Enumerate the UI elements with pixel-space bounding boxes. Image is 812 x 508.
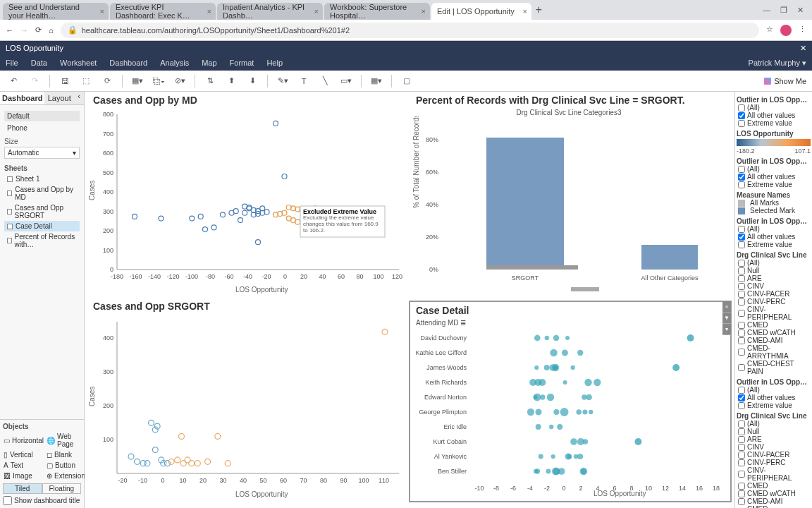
filter-title[interactable]: Drg Clinical Svc Line [737, 251, 811, 259]
sort-asc-icon[interactable]: ⬆ [223, 73, 239, 89]
floating-toggle[interactable]: Floating [42, 483, 82, 494]
filter-item[interactable]: CINV [737, 443, 811, 451]
url-input[interactable]: 🔒 healthcare.tableau.com/authoring/LOSOp… [61, 23, 759, 38]
filter-item[interactable]: ARE [737, 435, 811, 443]
viz-percent-records[interactable]: Percent of Records with Drg Clinical Svc… [410, 92, 727, 296]
device-default[interactable]: Default [4, 111, 80, 121]
filter-item[interactable]: Null [737, 267, 811, 274]
show-title-check[interactable]: Show dashboard title [3, 496, 81, 505]
close-icon[interactable]: × [522, 7, 527, 16]
sheet-item[interactable]: Percent of Records with… [4, 231, 80, 250]
filter-item[interactable]: CMED-ARRYTHMIA [737, 344, 811, 360]
collapse-pane-icon[interactable]: ‹ [74, 92, 84, 104]
filter-title[interactable]: Outlier in LOS Opportuni… [737, 96, 811, 104]
redo-icon[interactable]: ↷ [27, 73, 42, 89]
filter-item[interactable]: CMED [737, 482, 811, 490]
viz-cases-opp-srgort[interactable]: Cases and Opp SRGORT 100200300400-20-100… [87, 298, 407, 501]
bar-srgort-sec[interactable] [486, 265, 578, 270]
filter-item[interactable]: All other values [737, 111, 811, 119]
filter-item[interactable]: CMED-ARRYTHMIA [737, 505, 811, 508]
presentation-icon[interactable]: ▢ [399, 73, 414, 89]
viz-case-detail[interactable]: × ▼ ▾ Case Detail Attending MD ≣ David D… [409, 301, 732, 502]
browser-tab-2[interactable]: Inpatient Analytics - KPI Dashb…× [217, 3, 323, 20]
sheet-item[interactable]: Sheet 1 [4, 174, 80, 184]
filter-title[interactable]: Drg Clinical Svc Line [737, 412, 811, 420]
filter-item[interactable]: CMED w/CATH [737, 329, 811, 337]
fit-icon[interactable]: ▦▾ [369, 73, 384, 89]
filter-item[interactable]: ARE [737, 274, 811, 282]
menu-map[interactable]: Map [202, 59, 216, 67]
filter-item[interactable]: CMED [737, 321, 811, 329]
new-tab-button[interactable]: + [536, 4, 542, 16]
filter-item[interactable]: CINV-PERC [737, 298, 811, 306]
close-icon[interactable]: × [207, 7, 211, 16]
filter-item[interactable]: CMED-AMI [737, 337, 811, 344]
filter-title[interactable]: Outlier in LOS Opportuni… [737, 157, 811, 165]
tiled-toggle[interactable]: Tiled [3, 483, 42, 494]
pane-tab-layout[interactable]: Layout [44, 92, 74, 104]
duplicate-icon[interactable]: ⿻▾ [151, 73, 166, 89]
menu-dashboard[interactable]: Dashboard [109, 59, 147, 67]
filter-item[interactable]: (All) [737, 104, 811, 111]
object-image[interactable]: 🖼 Image [3, 471, 44, 480]
maximize-icon[interactable]: ❐ [780, 6, 787, 15]
filter-item[interactable]: CINV-PACER [737, 451, 811, 459]
browser-tab-1[interactable]: Executive KPI Dashboard: Exec K…× [110, 3, 216, 20]
object-vertical[interactable]: ▯ Vertical [3, 450, 44, 459]
filter-item[interactable]: Null [737, 428, 811, 435]
pane-tab-dashboard[interactable]: Dashboard [0, 92, 44, 104]
menu-analysis[interactable]: Analysis [160, 59, 189, 67]
undo-icon[interactable]: ↶ [6, 73, 21, 89]
menu-help[interactable]: Help [266, 59, 283, 67]
browser-tab-0[interactable]: See and Understand your Health…× [3, 3, 109, 20]
browser-tab-3[interactable]: Workbook: Superstore Hospital…× [324, 3, 430, 20]
filter-item[interactable]: CMED-CHEST PAIN [737, 360, 811, 375]
show-me-button[interactable]: Show Me [764, 77, 806, 85]
filter-item[interactable]: (All) [737, 259, 811, 267]
filter-item[interactable]: CINV-PERC [737, 459, 811, 466]
back-icon[interactable]: ← [6, 26, 13, 35]
dashboard-canvas[interactable]: Cases and Opp by MD 01002003004005006007… [85, 92, 734, 508]
menu-format[interactable]: Format [230, 59, 254, 67]
menu-data[interactable]: Data [31, 59, 47, 67]
object-webpage[interactable]: 🌐 Web Page [46, 432, 86, 449]
bar-srgort[interactable] [486, 138, 564, 268]
filter-item[interactable]: Extreme value [737, 119, 811, 127]
browser-tab-4[interactable]: Edit | LOS Opportunity× [431, 3, 531, 20]
filter-item[interactable]: CINV-PERIPHERAL [737, 466, 811, 482]
legend-item[interactable]: Selected Mark [737, 207, 811, 214]
filter-item[interactable]: CMED-AMI [737, 497, 811, 505]
sheet-item[interactable]: Cases and Opp SRGORT [4, 202, 80, 221]
clear-icon[interactable]: ⊘▾ [172, 73, 187, 89]
close-editor-icon[interactable]: ✕ [800, 44, 806, 53]
close-icon[interactable]: × [422, 7, 426, 16]
format-icon[interactable]: ▭▾ [338, 73, 354, 89]
swap-icon[interactable]: ⇅ [202, 73, 218, 89]
sheet-item[interactable]: Cases and Opp by MD [4, 184, 80, 202]
minimize-icon[interactable]: ― [763, 6, 770, 15]
menu-file[interactable]: File [6, 59, 18, 67]
sheet-item[interactable]: Case Detail [4, 221, 80, 231]
save-icon[interactable]: 🖫 [57, 73, 73, 89]
menu-worksheet[interactable]: Worksheet [60, 59, 97, 67]
object-horizontal[interactable]: ▭ Horizontal [3, 432, 44, 449]
autosave-icon[interactable]: ⟳ [99, 73, 115, 89]
filter-title[interactable]: Outlier in LOS Opportuni… [737, 217, 811, 225]
scroll-thumb[interactable] [571, 287, 599, 291]
sort-desc-icon[interactable]: ⬇ [245, 73, 260, 89]
label-icon[interactable]: T [296, 73, 312, 89]
filter-item[interactable]: CINV [737, 282, 811, 290]
new-data-source-icon[interactable]: ⬚ [78, 73, 94, 89]
star-icon[interactable]: ☆ [766, 25, 773, 36]
close-icon[interactable]: ✕ [797, 6, 804, 15]
md-header[interactable]: Attending MD [416, 319, 459, 327]
filter-item[interactable]: CINV-PACER [737, 290, 811, 298]
size-select[interactable]: Automatic▾ [4, 147, 80, 159]
object-extension[interactable]: ⊕ Extension [46, 471, 86, 480]
device-phone[interactable]: Phone [4, 124, 80, 132]
bar-other[interactable] [641, 245, 698, 270]
reload-icon[interactable]: ⟳ [35, 25, 42, 35]
menu-icon[interactable]: ⋮ [799, 25, 806, 36]
new-worksheet-icon[interactable]: ▦▾ [130, 73, 145, 89]
highlight-icon[interactable]: ✎▾ [275, 73, 290, 89]
